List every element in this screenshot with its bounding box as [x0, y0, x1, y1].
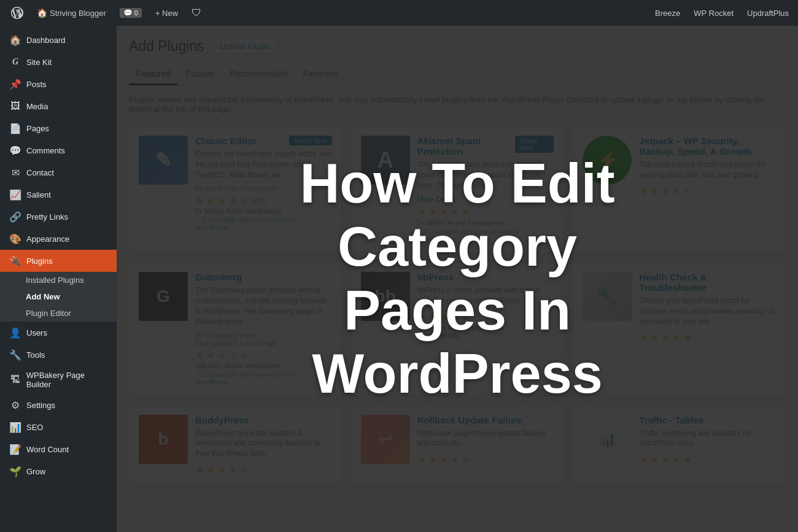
- dashboard-icon: 🏠: [9, 34, 21, 46]
- sidebar-menu: 🏠 Dashboard G Site Kit 📌 Posts 🖼: [0, 29, 117, 482]
- sidebar-label-pages: Pages: [26, 124, 49, 133]
- submenu-plugin-editor[interactable]: Plugin Editor: [0, 305, 117, 322]
- sidebar-label-sitekit: Site Kit: [26, 58, 52, 67]
- sidebar-item-wordcount[interactable]: 📝 Word Count: [0, 438, 117, 460]
- comments-icon: 💬: [9, 145, 21, 156]
- comment-count: 0: [120, 8, 142, 18]
- sidebar-item-posts[interactable]: 📌 Posts: [0, 73, 117, 95]
- sidebar-label-wpbakery: WPBakery Page Builder: [26, 371, 110, 389]
- shield-icon: 🛡: [192, 7, 201, 18]
- admin-bar-site[interactable]: 🏠 Striving Blogger: [32, 0, 111, 26]
- overlay: How To Edit Category Pages In WordPress: [117, 26, 798, 532]
- grow-icon: 🌱: [9, 466, 21, 477]
- wordcount-icon: 📝: [9, 444, 21, 455]
- sidebar-item-users[interactable]: 👤 Users: [0, 322, 117, 344]
- sidebar-item-pages[interactable]: 📄 Pages: [0, 117, 117, 139]
- sidebar-label-posts: Posts: [26, 80, 47, 89]
- sidebar-item-plugins[interactable]: 🔌 Plugins Installed Plugins Add New Plug…: [0, 250, 117, 322]
- prettylinks-icon: 🔗: [9, 211, 21, 223]
- overlay-line1: How To Edit: [300, 153, 614, 214]
- wp-admin: 🏠 Striving Blogger 0 + New 🛡 Breeze WP R…: [0, 0, 798, 532]
- sidebar-item-contact[interactable]: ✉ Contact: [0, 161, 117, 183]
- sidebar-label-salient: Salient: [26, 190, 51, 199]
- sidebar-label-tools: Tools: [26, 350, 45, 360]
- tools-icon: 🔧: [9, 349, 21, 361]
- house-icon: 🏠: [37, 8, 47, 18]
- overlay-line2: Category: [338, 216, 577, 277]
- sidebar-label-plugins: Plugins: [26, 256, 53, 266]
- overlay-line3: Pages In: [344, 280, 571, 341]
- sidebar: 🏠 Dashboard G Site Kit 📌 Posts 🖼: [0, 26, 117, 532]
- sidebar-label-settings: Settings: [26, 401, 55, 410]
- submenu-add-new[interactable]: Add New: [0, 288, 117, 305]
- new-label: + New: [155, 9, 178, 18]
- sidebar-label-media: Media: [26, 102, 48, 111]
- seo-icon: 📊: [9, 422, 21, 433]
- sidebar-label-appearance: Appearance: [26, 234, 69, 244]
- sidebar-item-comments[interactable]: 💬 Comments: [0, 139, 117, 161]
- sidebar-label-comments: Comments: [26, 146, 65, 155]
- admin-bar-shield[interactable]: 🛡: [187, 0, 206, 26]
- submenu-installed-plugins[interactable]: Installed Plugins: [0, 272, 117, 288]
- sidebar-item-sitekit[interactable]: G Site Kit: [0, 51, 117, 73]
- pages-icon: 📄: [9, 123, 21, 134]
- sitekit-icon: G: [9, 57, 21, 67]
- sidebar-item-dashboard[interactable]: 🏠 Dashboard: [0, 29, 117, 51]
- sidebar-item-appearance[interactable]: 🎨 Appearance: [0, 228, 117, 250]
- sidebar-label-dashboard: Dashboard: [26, 36, 66, 45]
- settings-icon: ⚙: [9, 399, 21, 411]
- sidebar-label-prettylinks: Pretty Links: [26, 212, 68, 222]
- sidebar-item-tools[interactable]: 🔧 Tools: [0, 344, 117, 366]
- media-icon: 🖼: [9, 101, 21, 112]
- submenu-link-editor[interactable]: Plugin Editor: [0, 305, 117, 322]
- posts-icon: 📌: [9, 79, 21, 90]
- admin-bar-breeze[interactable]: Breeze: [652, 0, 683, 26]
- admin-bar-comments[interactable]: 0: [115, 0, 147, 26]
- sidebar-item-wpbakery[interactable]: 🏗 WPBakery Page Builder: [0, 366, 117, 394]
- admin-bar-plugins: Breeze WP Rocket UpdraftPlus: [652, 0, 792, 26]
- sidebar-item-settings[interactable]: ⚙ Settings: [0, 394, 117, 416]
- users-icon: 👤: [9, 327, 21, 339]
- site-name: Striving Blogger: [50, 9, 106, 18]
- admin-bar-updraftplus[interactable]: UpdraftPlus: [744, 0, 792, 26]
- plugins-submenu: Installed Plugins Add New Plugin Editor: [0, 272, 117, 322]
- admin-bar-new[interactable]: + New: [150, 0, 183, 26]
- sidebar-label-grow: Grow: [26, 467, 45, 476]
- admin-bar-wprocket[interactable]: WP Rocket: [691, 0, 737, 26]
- contact-icon: ✉: [9, 167, 21, 179]
- admin-bar: 🏠 Striving Blogger 0 + New 🛡 Breeze WP R…: [0, 0, 798, 26]
- overlay-title: How To Edit Category Pages In WordPress: [275, 152, 639, 406]
- wpbakery-icon: 🏗: [9, 374, 21, 385]
- sidebar-item-seo[interactable]: 📊 SEO: [0, 416, 117, 438]
- wp-logo-button[interactable]: [6, 0, 28, 26]
- overlay-line4: WordPress: [312, 343, 603, 404]
- sidebar-label-users: Users: [26, 328, 47, 337]
- sidebar-item-prettylinks[interactable]: 🔗 Pretty Links: [0, 206, 117, 228]
- submenu-link-addnew[interactable]: Add New: [0, 288, 117, 305]
- plugins-icon: 🔌: [9, 255, 21, 267]
- salient-icon: 📈: [9, 189, 21, 201]
- sidebar-item-salient[interactable]: 📈 Salient: [0, 183, 117, 206]
- submenu-link-installed[interactable]: Installed Plugins: [0, 272, 117, 288]
- appearance-icon: 🎨: [9, 233, 21, 245]
- sidebar-label-seo: SEO: [26, 423, 43, 432]
- sidebar-label-contact: Contact: [26, 168, 54, 177]
- sidebar-item-media[interactable]: 🖼 Media: [0, 95, 117, 117]
- sidebar-label-wordcount: Word Count: [26, 445, 69, 454]
- sidebar-item-grow[interactable]: 🌱 Grow: [0, 460, 117, 482]
